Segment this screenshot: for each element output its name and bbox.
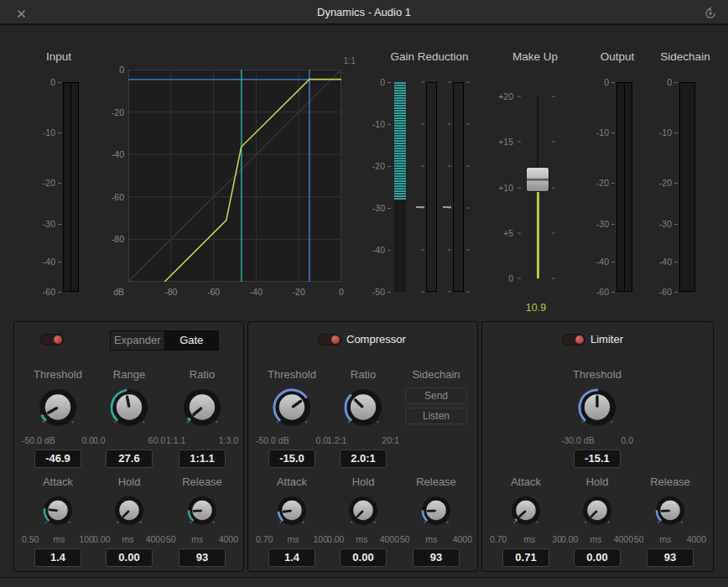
comp-attack-label: Attack [277, 475, 307, 489]
comp-ratio-knob[interactable] [341, 385, 386, 434]
gate-hold-control: Hold 0.00ms4000 0.00 [92, 475, 166, 567]
gate-hold-value[interactable]: 0.00 [106, 548, 153, 567]
gr-ticks-3 [446, 82, 451, 292]
sidechain-listen-button[interactable]: Listen [405, 408, 467, 424]
gate-attack-value[interactable]: 1.4 [34, 548, 81, 567]
graph-y-axis: 0-20-40-60-80 [96, 70, 124, 282]
gate-release-knob[interactable] [184, 492, 221, 532]
window-title: Dynamics - Audio 1 [0, 6, 728, 18]
comp-threshold-control: Threshold -50.0 dB0.0 -15.0 [255, 368, 329, 468]
limiter-release-knob[interactable] [652, 492, 689, 532]
transfer-curve-graph[interactable] [128, 70, 341, 282]
gr-hold-mark-1 [416, 206, 424, 208]
comp-threshold-value[interactable]: -15.0 [268, 449, 315, 468]
gate-hold-knob[interactable] [111, 492, 148, 532]
gr-ticks-4 [466, 82, 471, 292]
makeup-slider-fill [537, 179, 539, 278]
gate-enable-toggle[interactable] [40, 334, 64, 345]
comp-sidechain-label: Sidechain [412, 368, 460, 382]
gate-panel: Expander Gate Threshold -50.0 dB0.0 -46.… [13, 321, 244, 572]
input-meter-scale: 0-10-20-30-40-60 [30, 82, 61, 292]
gate-ratio-value[interactable]: 1:1.1 [179, 449, 226, 468]
comp-ratio-label: Ratio [351, 368, 376, 382]
output-meter [616, 82, 632, 292]
comp-hold-knob[interactable] [345, 492, 382, 532]
gate-attack-control: Attack 0.50ms100 1.4 [21, 475, 95, 567]
tab-gate[interactable]: Gate [164, 331, 219, 350]
tab-expander[interactable]: Expander [111, 331, 164, 350]
gain-reduction-label: Gain Reduction [379, 50, 480, 63]
gate-threshold-control: Threshold -50.0 dB0.0 -46.9 [21, 368, 95, 468]
output-label: Output [584, 50, 651, 63]
input-meter [63, 82, 79, 292]
comp-attack-knob[interactable] [273, 492, 310, 532]
limiter-hold-value[interactable]: 0.00 [574, 548, 621, 567]
limiter-threshold-value[interactable]: -15.1 [574, 449, 621, 468]
limiter-attack-control: Attack 0.70ms30 0.71 [489, 475, 563, 567]
makeup-ticks-left [517, 96, 521, 278]
gate-attack-knob[interactable] [39, 492, 76, 532]
gate-release-label: Release [182, 475, 222, 489]
limiter-attack-label: Attack [511, 475, 541, 489]
limiter-title: Limiter [590, 333, 623, 345]
gate-range-knob[interactable] [107, 385, 152, 434]
comp-release-control: Release 50ms4000 93 [399, 475, 473, 567]
compressor-enable-toggle[interactable] [318, 334, 341, 345]
gate-threshold-value[interactable]: -46.9 [34, 449, 81, 468]
gr-meter-scale: 0-10-20-30-40-50 [359, 82, 391, 292]
limiter-threshold-label: Threshold [573, 368, 621, 382]
toggle-knob [575, 335, 584, 344]
limiter-enable-toggle[interactable] [562, 334, 585, 345]
comp-release-knob[interactable] [418, 492, 455, 532]
comp-hold-value[interactable]: 0.00 [340, 548, 387, 567]
comp-release-label: Release [416, 475, 456, 489]
comp-hold-label: Hold [352, 475, 375, 489]
limiter-attack-knob[interactable] [507, 492, 544, 532]
gate-ratio-control: Ratio 1:1.11:3.0 1:1.1 [165, 368, 239, 468]
sidechain-label: Sidechain [647, 50, 723, 63]
gate-ratio-knob[interactable] [179, 385, 225, 434]
limiter-threshold-control: Threshold -30.0 dB0.0 -15.1 [560, 368, 634, 468]
titlebar: Dynamics - Audio 1 [0, 0, 728, 25]
gate-range-control: Range 0.060.0 27.6 [92, 368, 166, 468]
makeup-slider-handle[interactable] [526, 167, 549, 192]
toggle-knob [331, 335, 340, 344]
gate-ratio-label: Ratio [190, 368, 215, 382]
make-up-label: Make Up [493, 50, 577, 63]
toggle-knob [54, 335, 62, 344]
comp-attack-control: Attack 0.70ms100 1.4 [255, 475, 329, 567]
gate-range-value[interactable]: 27.6 [106, 449, 153, 468]
limiter-hold-control: Hold 0.00ms4000 0.00 [560, 475, 634, 567]
comp-hold-control: Hold 0.00ms4000 0.00 [326, 475, 400, 567]
gain-reduction-meter-2 [426, 82, 437, 292]
window-footer [0, 577, 728, 587]
limiter-threshold-knob[interactable] [575, 385, 620, 434]
gain-reduction-meter-1 [394, 82, 406, 292]
makeup-scale-labels: +20+15+10+50 [488, 96, 513, 278]
gr-ticks-2 [419, 82, 424, 292]
makeup-value[interactable]: 10.9 [502, 302, 569, 314]
ratio-indicator: 1:1 [330, 55, 356, 65]
gate-attack-label: Attack [43, 475, 73, 489]
limiter-attack-value[interactable]: 0.71 [502, 548, 549, 567]
gate-release-value[interactable]: 93 [179, 548, 226, 567]
reset-button[interactable] [703, 6, 718, 21]
comp-threshold-knob[interactable] [269, 385, 315, 434]
limiter-hold-knob[interactable] [579, 492, 616, 532]
comp-attack-value[interactable]: 1.4 [268, 548, 315, 567]
gate-hold-label: Hold [118, 475, 141, 489]
sidechain-meter-scale: 0-10-20-30-40-60 [647, 82, 678, 292]
sidechain-send-button[interactable]: Send [405, 387, 467, 404]
reset-icon [704, 7, 717, 20]
comp-sidechain-controls: Sidechain Send Listen [399, 368, 473, 428]
gate-release-control: Release 50ms4000 93 [165, 475, 239, 567]
comp-ratio-value[interactable]: 2.0:1 [340, 449, 387, 468]
comp-release-value[interactable]: 93 [413, 548, 460, 567]
output-meter-scale: 0-10-20-30-40-60 [584, 82, 615, 292]
limiter-release-label: Release [650, 475, 690, 489]
limiter-hold-label: Hold [586, 475, 609, 489]
gate-threshold-knob[interactable] [35, 385, 81, 434]
limiter-release-value[interactable]: 93 [647, 548, 694, 567]
gate-threshold-label: Threshold [34, 368, 82, 382]
expander-gate-tabs: Expander Gate [110, 330, 219, 351]
